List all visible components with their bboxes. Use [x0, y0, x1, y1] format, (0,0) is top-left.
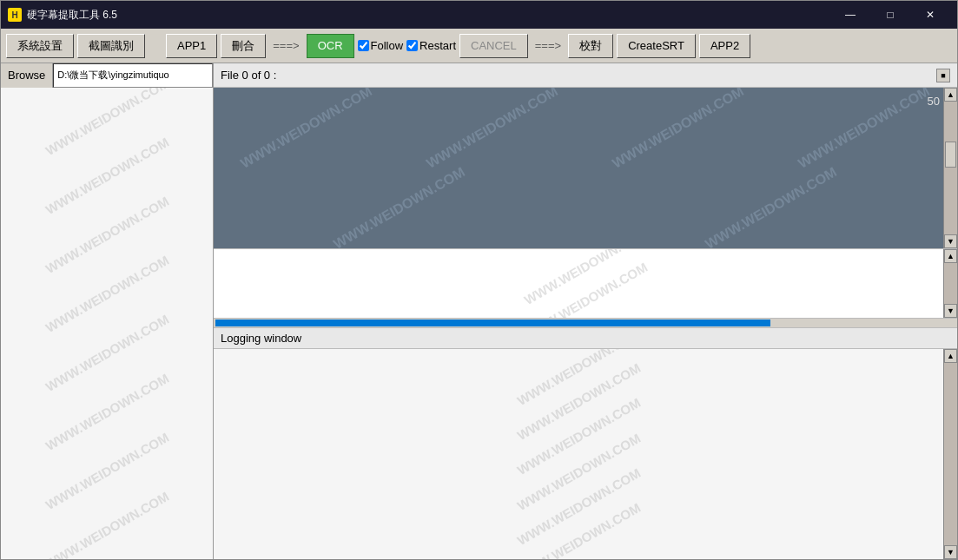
- title-bar-left: H 硬字幕提取工具 6.5: [8, 8, 117, 23]
- log-wm-3: WWW.WEIDOWN.COM: [514, 395, 643, 478]
- img-wm-1: WWW.WEIDOWN.COM: [238, 88, 375, 172]
- info-bar-right: ■: [936, 69, 950, 82]
- log-scroll-down[interactable]: ▼: [944, 545, 957, 559]
- text-content[interactable]: WWW.WEIDOWN.COM WWW.WEIDOWN.COM: [214, 249, 943, 318]
- follow-group: Follow: [358, 39, 404, 52]
- text-scroll-track[interactable]: [944, 263, 957, 304]
- text-watermark: WWW.WEIDOWN.COM WWW.WEIDOWN.COM: [214, 249, 943, 318]
- log-watermark: WWW.WEIDOWN.COM WWW.WEIDOWN.COM WWW.WEID…: [214, 349, 943, 559]
- main-content: Browse D:\微当下载\yingzimutiquo WWW.WEIDOWN…: [1, 63, 957, 559]
- text-scrollbar: ▲ ▼: [943, 249, 957, 318]
- scroll-thumb: [945, 142, 956, 168]
- log-wm-6: WWW.WEIDOWN.COM: [514, 500, 643, 559]
- img-wm-6: WWW.WEIDOWN.COM: [703, 164, 840, 248]
- scroll-down-button[interactable]: ▼: [944, 234, 957, 248]
- watermark-4: WWW.WEIDOWN.COM: [43, 253, 171, 335]
- app1-button[interactable]: APP1: [166, 34, 217, 58]
- file-path-display: D:\微当下载\yingzimutiquo: [53, 63, 213, 88]
- close-button[interactable]: ✕: [910, 1, 950, 29]
- progress-bar: [215, 320, 770, 326]
- cancel-button[interactable]: CANCEL: [459, 34, 528, 58]
- progress-bar-container: [214, 318, 957, 328]
- logging-title: Logging window: [221, 332, 301, 345]
- logging-content: WWW.WEIDOWN.COM WWW.WEIDOWN.COM WWW.WEID…: [214, 349, 957, 559]
- system-settings-button[interactable]: 系統設置: [6, 34, 74, 58]
- text-area-container: WWW.WEIDOWN.COM WWW.WEIDOWN.COM ▲ ▼: [214, 248, 957, 318]
- arrow1: ===>: [269, 39, 302, 52]
- follow-label[interactable]: Follow: [358, 39, 404, 52]
- watermark-5: WWW.WEIDOWN.COM: [43, 312, 171, 394]
- app-icon: H: [8, 8, 22, 22]
- restart-checkbox[interactable]: [406, 40, 418, 51]
- toggle-button[interactable]: ■: [936, 69, 950, 82]
- screenshot-button[interactable]: 截圖識別: [77, 34, 145, 58]
- window-controls: — □ ✕: [830, 1, 950, 29]
- logging-text[interactable]: WWW.WEIDOWN.COM WWW.WEIDOWN.COM WWW.WEID…: [214, 349, 943, 559]
- info-bar: File 0 of 0 : ■: [214, 63, 957, 88]
- img-wm-3: WWW.WEIDOWN.COM: [610, 88, 747, 172]
- watermark-1: WWW.WEIDOWN.COM: [43, 88, 171, 158]
- watermark-8: WWW.WEIDOWN.COM: [43, 489, 171, 559]
- text-wm-2: WWW.WEIDOWN.COM: [521, 260, 650, 318]
- create-srt-button[interactable]: CreateSRT: [617, 34, 696, 58]
- watermark-2: WWW.WEIDOWN.COM: [43, 135, 171, 217]
- scroll-up-button[interactable]: ▲: [944, 88, 957, 102]
- log-wm-1: WWW.WEIDOWN.COM: [514, 349, 643, 408]
- toolbar: 系統設置 截圖識別 APP1 刪合 ===> OCR Follow Restar…: [1, 29, 957, 63]
- log-wm-5: WWW.WEIDOWN.COM: [514, 465, 643, 548]
- logging-header: Logging window: [214, 328, 957, 349]
- text-scroll-down[interactable]: ▼: [944, 304, 957, 318]
- merge-button[interactable]: 刪合: [221, 34, 266, 58]
- image-preview-area: 50 WWW.WEIDOWN.COM WWW.WEIDOWN.COM WWW.W…: [214, 88, 957, 248]
- image-scrollbar: ▲ ▼: [943, 88, 957, 248]
- app2-button[interactable]: APP2: [699, 34, 750, 58]
- log-wm-4: WWW.WEIDOWN.COM: [514, 431, 643, 513]
- logging-section: Logging window WWW.WEIDOWN.COM WWW.WEIDO…: [214, 328, 957, 559]
- img-wm-4: WWW.WEIDOWN.COM: [796, 88, 933, 172]
- logging-scrollbar: ▲ ▼: [943, 349, 957, 559]
- minimize-button[interactable]: —: [830, 1, 870, 29]
- log-wm-2: WWW.WEIDOWN.COM: [514, 360, 643, 443]
- browse-button[interactable]: Browse: [1, 63, 53, 88]
- image-watermark: WWW.WEIDOWN.COM WWW.WEIDOWN.COM WWW.WEID…: [214, 88, 957, 248]
- watermark-7: WWW.WEIDOWN.COM: [43, 430, 171, 512]
- arrow2: ===>: [532, 39, 565, 52]
- watermark-3: WWW.WEIDOWN.COM: [43, 194, 171, 276]
- log-scroll-track[interactable]: [944, 363, 957, 545]
- watermark-6: WWW.WEIDOWN.COM: [43, 371, 171, 453]
- scroll-track[interactable]: [944, 102, 957, 234]
- img-wm-5: WWW.WEIDOWN.COM: [331, 164, 468, 248]
- img-wm-2: WWW.WEIDOWN.COM: [424, 88, 561, 172]
- watermark-overlay: WWW.WEIDOWN.COM WWW.WEIDOWN.COM WWW.WEID…: [1, 88, 213, 559]
- calibrate-button[interactable]: 校對: [568, 34, 613, 58]
- main-window: H 硬字幕提取工具 6.5 — □ ✕ 系統設置 截圖識別 APP1 刪合 ==…: [0, 0, 958, 560]
- text-wm-1: WWW.WEIDOWN.COM: [521, 249, 650, 307]
- window-title: 硬字幕提取工具 6.5: [27, 8, 117, 23]
- restart-label[interactable]: Restart: [406, 39, 456, 52]
- browse-bar: Browse D:\微当下载\yingzimutiquo: [1, 63, 213, 88]
- title-bar: H 硬字幕提取工具 6.5 — □ ✕: [1, 1, 957, 29]
- restore-button[interactable]: □: [870, 1, 910, 29]
- ocr-button[interactable]: OCR: [307, 34, 354, 58]
- number-overlay: 50: [928, 95, 940, 108]
- follow-checkbox[interactable]: [358, 40, 369, 51]
- file-info-text: File 0 of 0 :: [221, 69, 276, 82]
- log-scroll-up[interactable]: ▲: [944, 349, 957, 363]
- restart-group: Restart: [406, 39, 456, 52]
- right-panel: File 0 of 0 : ■ 50 WWW.WEIDOWN.COM WWW.W…: [214, 63, 957, 559]
- file-list[interactable]: WWW.WEIDOWN.COM WWW.WEIDOWN.COM WWW.WEID…: [1, 88, 213, 559]
- left-panel: Browse D:\微当下载\yingzimutiquo WWW.WEIDOWN…: [1, 63, 214, 559]
- text-scroll-up[interactable]: ▲: [944, 249, 957, 263]
